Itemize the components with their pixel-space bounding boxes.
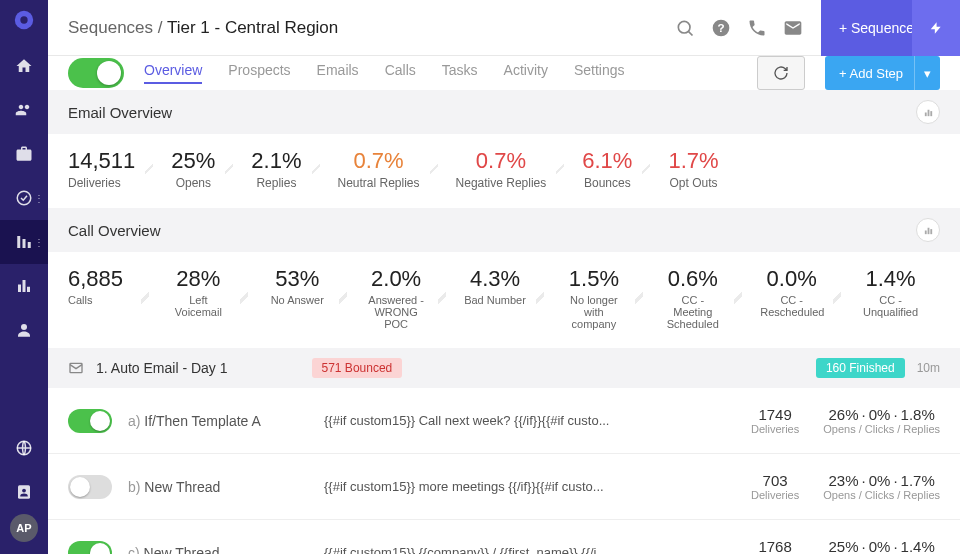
stat[interactable]: 53%No Answer: [248, 266, 347, 330]
tab-prospects[interactable]: Prospects: [228, 62, 290, 84]
nav-sequences[interactable]: ⋮: [0, 220, 48, 264]
user-avatar[interactable]: AP: [10, 514, 38, 542]
tab-calls[interactable]: Calls: [385, 62, 416, 84]
stat-label: Negative Replies: [456, 176, 547, 190]
svg-point-2: [17, 191, 31, 205]
call-overview-title: Call Overview: [68, 222, 161, 239]
stat[interactable]: 2.0%Answered - WRONG POC: [347, 266, 446, 330]
variant-toggle[interactable]: [68, 409, 112, 433]
nav-people[interactable]: [0, 88, 48, 132]
stat[interactable]: 1.4%CC - Unqualified: [841, 266, 940, 330]
stat[interactable]: 1.7%Opt Outs: [650, 148, 736, 190]
variant-name[interactable]: b) New Thread: [128, 479, 308, 495]
svg-rect-5: [28, 242, 31, 248]
stat-label: CC - Unqualified: [859, 294, 922, 318]
breadcrumb-current: Tier 1 - Central Region: [167, 18, 338, 37]
stat[interactable]: 0.6%CC - Meeting Scheduled: [643, 266, 742, 330]
finished-badge: 160 Finished: [816, 358, 905, 378]
metric-deliveries: 703: [751, 472, 799, 489]
add-step-dropdown[interactable]: ▾: [914, 56, 940, 90]
stat-label: Answered - WRONG POC: [365, 294, 428, 330]
tab-tasks[interactable]: Tasks: [442, 62, 478, 84]
stat-value: 14,511: [68, 148, 135, 174]
stat-value: 1.7%: [668, 148, 718, 174]
stat-value: 0.0%: [760, 266, 823, 292]
bolt-icon[interactable]: [912, 0, 960, 56]
phone-icon[interactable]: [739, 10, 775, 46]
add-step-button[interactable]: + Add Step: [825, 56, 917, 90]
chart-icon[interactable]: [916, 100, 940, 124]
sidebar: ⋮ ⋮ AP: [0, 0, 48, 554]
stat-value: 2.1%: [251, 148, 301, 174]
variant-name[interactable]: a) If/Then Template A: [128, 413, 308, 429]
stat[interactable]: 14,511Deliveries: [68, 148, 153, 190]
stat-label: Opens: [171, 176, 215, 190]
variant-toggle[interactable]: [68, 475, 112, 499]
mail-icon[interactable]: [775, 10, 811, 46]
metric-ocr: 23%·0%·1.7%: [823, 472, 940, 489]
stat-label: Bad Number: [464, 294, 527, 306]
stat-value: 2.0%: [365, 266, 428, 292]
nav-reports[interactable]: [0, 264, 48, 308]
svg-point-13: [678, 21, 690, 33]
stat-label: CC - Meeting Scheduled: [661, 294, 724, 330]
metric-ocr: 26%·0%·1.8%: [823, 406, 940, 423]
chart-icon[interactable]: [916, 218, 940, 242]
stat-value: 25%: [171, 148, 215, 174]
stat[interactable]: 25%Opens: [153, 148, 233, 190]
stat-label: Replies: [251, 176, 301, 190]
stat-label: No longer with company: [562, 294, 625, 330]
stat[interactable]: 4.3%Bad Number: [446, 266, 545, 330]
tab-activity[interactable]: Activity: [504, 62, 548, 84]
search-icon[interactable]: [667, 10, 703, 46]
stat[interactable]: 0.0%CC - Rescheduled: [742, 266, 841, 330]
stat[interactable]: 0.7%Neutral Replies: [320, 148, 438, 190]
step-title[interactable]: 1. Auto Email - Day 1: [96, 360, 228, 376]
variant-preview: {{#if custom15}} more meetings {{/if}}{{…: [324, 479, 735, 494]
variant-toggle[interactable]: [68, 541, 112, 555]
bounced-badge: 571 Bounced: [312, 358, 403, 378]
topbar: Sequences / Tier 1 - Central Region ? + …: [48, 0, 960, 56]
breadcrumb[interactable]: Sequences / Tier 1 - Central Region: [68, 18, 338, 38]
stat-label: No Answer: [266, 294, 329, 306]
stat[interactable]: 28%Left Voicemail: [149, 266, 248, 330]
nav-tasks[interactable]: ⋮: [0, 176, 48, 220]
email-stats-row: 14,511Deliveries25%Opens2.1%Replies0.7%N…: [48, 134, 960, 208]
help-icon[interactable]: ?: [703, 10, 739, 46]
breadcrumb-parent[interactable]: Sequences: [68, 18, 153, 37]
stat[interactable]: 2.1%Replies: [233, 148, 319, 190]
stat-label: Opt Outs: [668, 176, 718, 190]
variant-name[interactable]: c) New Thread: [128, 545, 308, 555]
stat-label: Calls: [68, 294, 131, 306]
stat-value: 28%: [167, 266, 230, 292]
stat[interactable]: 6,885Calls: [68, 266, 149, 330]
metric-ocr: 25%·0%·1.4%: [823, 538, 940, 554]
nav-contacts[interactable]: [0, 470, 48, 514]
nav-accounts[interactable]: [0, 132, 48, 176]
stat-value: 0.7%: [456, 148, 547, 174]
metric-deliveries: 1749: [751, 406, 799, 423]
refresh-button[interactable]: [757, 56, 805, 90]
sequence-active-toggle[interactable]: [68, 58, 124, 88]
stat-value: 0.6%: [661, 266, 724, 292]
stat[interactable]: 0.7%Negative Replies: [438, 148, 565, 190]
nav-globe[interactable]: [0, 426, 48, 470]
nav-profile[interactable]: [0, 308, 48, 352]
stat-value: 1.5%: [562, 266, 625, 292]
stat-value: 6.1%: [582, 148, 632, 174]
stat[interactable]: 1.5%No longer with company: [544, 266, 643, 330]
tab-emails[interactable]: Emails: [317, 62, 359, 84]
email-overview-header: Email Overview: [48, 90, 960, 134]
nav-home[interactable]: [0, 44, 48, 88]
stat[interactable]: 6.1%Bounces: [564, 148, 650, 190]
app-logo: [12, 8, 36, 32]
svg-rect-4: [23, 239, 26, 248]
svg-rect-7: [23, 280, 26, 292]
svg-rect-18: [930, 111, 932, 116]
svg-rect-6: [18, 285, 21, 293]
tab-overview[interactable]: Overview: [144, 62, 202, 84]
tab-settings[interactable]: Settings: [574, 62, 625, 84]
stat-label: Bounces: [582, 176, 632, 190]
stat-value: 0.7%: [338, 148, 420, 174]
svg-point-9: [21, 324, 27, 330]
